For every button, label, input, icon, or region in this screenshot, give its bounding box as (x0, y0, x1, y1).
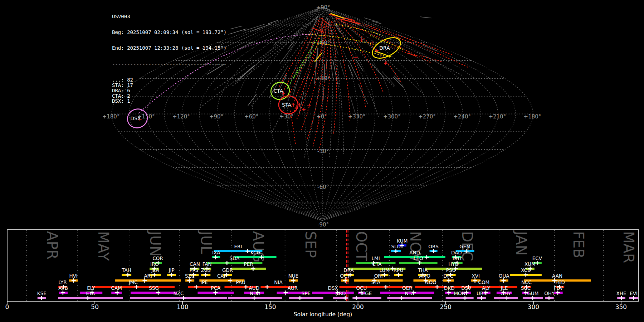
meteor-track (312, 28, 324, 32)
shower-label-lmi: LMI (371, 255, 380, 261)
shower-label-ixa: IXA (212, 250, 220, 255)
shower-label-amo: AMO (419, 273, 430, 279)
shower-label-tha: THA (418, 267, 428, 273)
shower-label-fed: FED (555, 279, 565, 285)
shower-label-nzc: NZC (174, 291, 184, 296)
radiant-label-dra: DRA (379, 45, 390, 51)
shower-label-aud: AUD (249, 285, 260, 291)
month-label: JAN (513, 230, 530, 255)
shower-label-irc: IRC (150, 261, 158, 267)
shower-label-dpc: DPC (443, 273, 453, 279)
month-label: FEB (570, 231, 587, 258)
longitude-label: +330° (348, 113, 366, 120)
shower-label-aur: AUR (288, 285, 298, 291)
radiant-map-and-timeline: +180°+150°+120°+90°+60°+30°+0°+330°+300°… (0, 0, 644, 322)
shower-label-lyr: LYR (58, 279, 67, 285)
shower-bar-ssg (131, 292, 177, 294)
begin-time-line: Beg: 20251007 02:09:34 (sol = 193.72°) (112, 30, 226, 35)
axis-tick-label: 100 (177, 303, 188, 311)
sporadic-meteor-segment (228, 29, 247, 34)
shower-label-szc: SZC (185, 273, 195, 279)
shower-label-jle: JLE (500, 285, 508, 291)
sporadic-meteor-segment (358, 84, 368, 104)
sporadic-meteor-segment (326, 57, 327, 76)
shower-label-tah: TAH (121, 267, 131, 273)
shower-label-scc: SCC (521, 285, 531, 291)
axis-tick-label: 200 (352, 303, 364, 311)
longitude-label: +90° (209, 113, 223, 120)
meteor-track (331, 16, 395, 88)
shower-label-evi: EVI (630, 291, 638, 296)
shower-label-hyd: HYD (448, 261, 459, 267)
shower-label-oct: OCT (340, 273, 350, 279)
end-time-line: End: 20251007 12:33:28 (sol = 194.15°) (112, 45, 226, 51)
longitude-label: +60° (244, 113, 258, 120)
count-line: DSX: 1 (112, 98, 226, 104)
meteor-track (338, 19, 401, 83)
shower-label-cap: CAP (217, 273, 227, 279)
shower-label-cor: COR (152, 255, 163, 261)
meteor-track (409, 53, 416, 56)
shower-label-per: PER (244, 261, 253, 267)
shower-label-aly: ALY (482, 285, 491, 291)
count-line: ...: 82 (112, 77, 226, 83)
shower-label-ari: ARI (144, 273, 152, 279)
shower-label-gem: GEM (459, 244, 470, 249)
shower-bar-kcg (234, 256, 276, 258)
shower-label-ely: ELY (87, 285, 95, 291)
month-label: SEP (302, 231, 319, 258)
meteor-track (335, 21, 366, 107)
shower-bar-spe (289, 297, 323, 299)
shower-label-gdr: GDR (222, 267, 233, 273)
separator-line: -------------------------------------- (112, 62, 226, 67)
sporadic-meteor-segment (250, 24, 272, 31)
longitude-label: +180° (102, 113, 120, 120)
sporadic-meteor-segment (348, 65, 353, 77)
radiant-label-cta: CTA (274, 88, 283, 94)
axis-tick-label: 0 (5, 303, 9, 311)
shower-label-sld: SLD (391, 244, 401, 249)
shower-label-eta: ETA (86, 291, 95, 296)
sporadic-meteor-segment (235, 66, 254, 82)
shower-label-can: CAN (190, 261, 200, 267)
station-id: USV003 (112, 14, 226, 19)
shower-label-kum: KUM (397, 238, 408, 244)
longitude-label: +240° (453, 113, 471, 120)
month-label: MAR (620, 231, 637, 263)
sporadic-meteor-segment (350, 96, 356, 116)
shower-label-hvi: HVI (69, 273, 77, 279)
shower-label-nia: NIA (274, 279, 283, 285)
shower-label-avb: AVB (58, 285, 68, 291)
shower-label-ahy: AHY (501, 291, 511, 296)
longitude-label: +300° (383, 113, 401, 120)
shower-label-urs: URS (477, 291, 487, 296)
shower-label-ipe: IPE (200, 279, 208, 285)
shower-label-xhe: XHE (616, 291, 626, 296)
axis-tick-label: 50 (91, 303, 99, 311)
count-line: DRA: 6 (112, 88, 226, 93)
latitude-label: -90° (317, 221, 329, 228)
meteor-track (421, 56, 442, 62)
count-line: STA: 17 (112, 83, 226, 88)
shower-bar-sta (340, 286, 413, 288)
axis-title: Solar longitude (deg) (294, 311, 352, 318)
sporadic-meteor-segment (393, 77, 403, 87)
latitude-label: -30° (317, 148, 329, 155)
shower-bar-eta (58, 297, 123, 299)
shower-label-kse: KSE (37, 291, 47, 296)
shower-label-qua: QUA (499, 273, 510, 279)
sporadic-meteor-segment (273, 36, 285, 45)
month-label: MAY (95, 231, 112, 261)
longitude-label: +0° (316, 113, 327, 120)
shower-label-jea: JEA (151, 267, 160, 273)
shower-label-ecv: ECV (532, 255, 542, 261)
shower-label-pps: PPS (189, 267, 198, 273)
shower-label-ege: EGE (362, 291, 372, 296)
shower-label-nda: NDA (250, 291, 260, 296)
meteor-track (331, 14, 344, 18)
meteor-track (303, 34, 379, 45)
shower-bar-nzc (130, 297, 227, 299)
shower-bar-jmc (92, 286, 175, 288)
latitude-label: -60° (317, 184, 329, 190)
count-line: CTA: 2 (112, 93, 226, 99)
